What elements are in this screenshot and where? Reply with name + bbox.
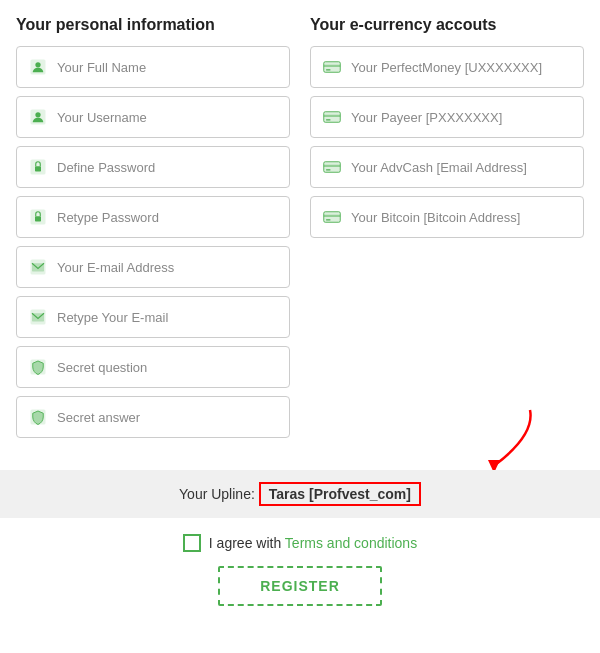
password-field[interactable]: Define Password xyxy=(16,146,290,188)
personal-info-column: Your personal information Your Full Name xyxy=(16,16,290,446)
card-icon-4 xyxy=(321,206,343,228)
svg-rect-29 xyxy=(326,219,331,220)
ecurrency-title: Your e-currency accouts xyxy=(310,16,584,34)
person-icon xyxy=(27,56,49,78)
card-icon-2 xyxy=(321,106,343,128)
payeer-field[interactable]: Your Payeer [PXXXXXXX] xyxy=(310,96,584,138)
personal-info-title: Your personal information xyxy=(16,16,290,34)
secret-question-field[interactable]: Secret question xyxy=(16,346,290,388)
svg-point-3 xyxy=(35,112,40,117)
agree-row: I agree with Terms and conditions xyxy=(183,534,417,552)
perfectmoney-field[interactable]: Your PerfectMoney [UXXXXXXX] xyxy=(310,46,584,88)
terms-link[interactable]: Terms and conditions xyxy=(285,535,417,551)
svg-rect-28 xyxy=(324,215,341,217)
agree-label: I agree with Terms and conditions xyxy=(209,535,417,551)
svg-rect-21 xyxy=(326,119,331,120)
payeer-label: Your Payeer [PXXXXXXX] xyxy=(351,110,502,125)
bitcoin-field[interactable]: Your Bitcoin [Bitcoin Address] xyxy=(310,196,584,238)
ecurrency-column: Your e-currency accouts Your PerfectMone… xyxy=(310,16,584,446)
secret-question-label: Secret question xyxy=(57,360,147,375)
username-field[interactable]: Your Username xyxy=(16,96,290,138)
svg-rect-5 xyxy=(35,166,41,171)
email-field[interactable]: Your E-mail Address xyxy=(16,246,290,288)
full-name-field[interactable]: Your Full Name xyxy=(16,46,290,88)
shield-question-icon xyxy=(27,356,49,378)
bitcoin-label: Your Bitcoin [Bitcoin Address] xyxy=(351,210,520,225)
card-icon-1 xyxy=(321,56,343,78)
svg-rect-7 xyxy=(35,216,41,221)
svg-rect-20 xyxy=(324,115,341,117)
svg-rect-25 xyxy=(326,169,331,170)
retype-password-field[interactable]: Retype Password xyxy=(16,196,290,238)
upline-value: Taras [Profvest_com] xyxy=(259,482,421,506)
upline-bar: Your Upline: Taras [Profvest_com] xyxy=(0,470,600,518)
svg-rect-16 xyxy=(324,65,341,67)
advcash-field[interactable]: Your AdvCash [Email Address] xyxy=(310,146,584,188)
agree-checkbox[interactable] xyxy=(183,534,201,552)
retype-email-label: Retype Your E-mail xyxy=(57,310,168,325)
lock-icon xyxy=(27,156,49,178)
full-name-label: Your Full Name xyxy=(57,60,146,75)
svg-rect-24 xyxy=(324,165,341,167)
password-label: Define Password xyxy=(57,160,155,175)
email-icon xyxy=(27,256,49,278)
advcash-label: Your AdvCash [Email Address] xyxy=(351,160,527,175)
secret-answer-label: Secret answer xyxy=(57,410,140,425)
retype-lock-icon xyxy=(27,206,49,228)
username-person-icon xyxy=(27,106,49,128)
email-label: Your E-mail Address xyxy=(57,260,174,275)
svg-rect-17 xyxy=(326,69,331,70)
svg-point-1 xyxy=(35,62,40,67)
upline-label: Your Upline: xyxy=(179,486,255,502)
card-icon-3 xyxy=(321,156,343,178)
shield-answer-icon xyxy=(27,406,49,428)
retype-email-field[interactable]: Retype Your E-mail xyxy=(16,296,290,338)
retype-password-label: Retype Password xyxy=(57,210,159,225)
username-label: Your Username xyxy=(57,110,147,125)
secret-answer-field[interactable]: Secret answer xyxy=(16,396,290,438)
perfectmoney-label: Your PerfectMoney [UXXXXXXX] xyxy=(351,60,542,75)
bottom-section: I agree with Terms and conditions REGIST… xyxy=(0,518,600,622)
retype-email-icon xyxy=(27,306,49,328)
register-button[interactable]: REGISTER xyxy=(218,566,382,606)
